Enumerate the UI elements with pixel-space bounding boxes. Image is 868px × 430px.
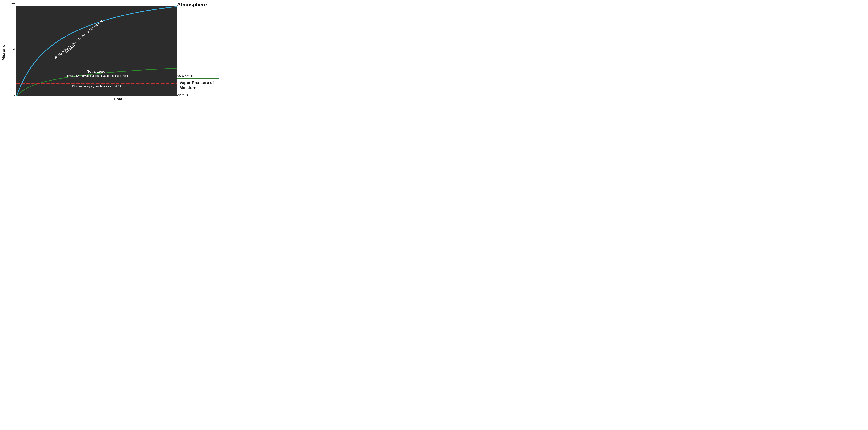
y-tick-zero-label: 0	[14, 93, 15, 96]
label-50k: 50k @ 100° F	[177, 75, 219, 78]
not-leak-annotation-sub: Slows Down Towards Moisture Vapor Pressu…	[65, 74, 128, 77]
chart-svg: Leak= Steady rate of rise, all the way t…	[17, 6, 177, 96]
atmosphere-label: Atmosphere	[177, 2, 219, 8]
right-labels: Atmosphere 50k @ 100° F Vapor Pressure o…	[177, 2, 219, 96]
y-ticks: 25k 0	[7, 6, 17, 96]
chart-row: 760k 25k 0	[7, 2, 219, 96]
x-axis-label: Time	[17, 97, 219, 102]
y-tick-760k: 760k	[7, 2, 17, 5]
not-leak-annotation-title: Not a Leak=	[87, 69, 107, 73]
vapor-pressure-box: Vapor Pressure of Moisture	[177, 78, 219, 92]
bottom-axis: Time	[7, 97, 219, 102]
svg-rect-0	[17, 6, 177, 96]
chart-and-right: 760k 25k 0	[7, 2, 219, 100]
chart-svg-container: Leak= Steady rate of rise, all the way t…	[17, 6, 177, 96]
y-axis-label: Microns	[0, 2, 7, 100]
chart-outer-wrapper: Microns 760k 25k 0	[0, 0, 219, 107]
chart-area-wrapper: 760k 25k 0	[7, 2, 177, 96]
right-bottom-area: 50k @ 100° F Vapor Pressure of Moisture …	[177, 75, 219, 96]
gauge-note: Other vacuum gauges only measure last 3%	[72, 85, 121, 88]
bottom-spacer	[7, 97, 17, 102]
chart-main: 25k 0	[7, 6, 177, 96]
y-tick-25k-label: 25k	[11, 48, 15, 51]
label-20k: 20k @ 72° F	[177, 93, 219, 96]
